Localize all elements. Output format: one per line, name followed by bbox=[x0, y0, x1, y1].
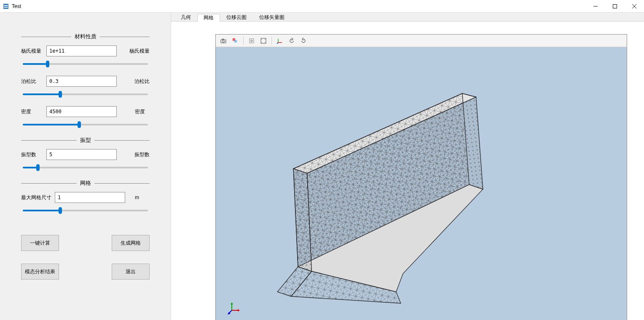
label-youngs-modulus: 杨氏模量 bbox=[21, 48, 46, 55]
tab-mesh[interactable]: 网格 bbox=[197, 14, 220, 21]
svg-point-8 bbox=[223, 40, 225, 42]
suffix-youngs-modulus: 杨氏模量 bbox=[123, 48, 150, 55]
label-max-mesh: 最大网格尺寸 bbox=[21, 194, 55, 201]
input-density[interactable] bbox=[46, 106, 117, 117]
suffix-max-mesh: m bbox=[129, 195, 150, 200]
section-mesh: 网格 bbox=[21, 179, 150, 187]
viewport[interactable] bbox=[215, 34, 627, 320]
svg-line-17 bbox=[277, 43, 278, 44]
svg-rect-0 bbox=[3, 4, 8, 9]
exit-button[interactable]: 退出 bbox=[112, 264, 150, 280]
title-bar: Test bbox=[0, 0, 644, 13]
calc-button[interactable]: 一键计算 bbox=[21, 235, 59, 251]
tab-bar: 几何 网格 位移云图 位移矢量图 bbox=[171, 13, 644, 21]
window-title: Test bbox=[12, 3, 586, 9]
axis-triad-icon bbox=[228, 302, 240, 315]
slider-mode-count[interactable] bbox=[23, 163, 148, 171]
slider-max-mesh[interactable] bbox=[23, 206, 148, 214]
suffix-mode-count: 振型数 bbox=[128, 151, 150, 158]
svg-rect-2 bbox=[4, 7, 8, 8]
axes-icon[interactable] bbox=[275, 36, 285, 46]
tab-contour[interactable]: 位移云图 bbox=[220, 13, 253, 21]
suffix-poisson: 泊松比 bbox=[128, 78, 150, 85]
svg-rect-1 bbox=[4, 5, 8, 6]
section-mode: 振型 bbox=[21, 136, 150, 144]
zoom-area-icon[interactable] bbox=[247, 36, 257, 46]
tab-vector[interactable]: 位移矢量图 bbox=[253, 13, 291, 21]
viewer-toolbar bbox=[216, 35, 627, 47]
close-button[interactable] bbox=[625, 0, 644, 13]
slider-density[interactable] bbox=[23, 120, 148, 128]
svg-rect-12 bbox=[250, 39, 254, 43]
rotate-right-icon[interactable] bbox=[298, 36, 309, 46]
input-mode-count[interactable] bbox=[46, 149, 117, 160]
mesh-render bbox=[216, 47, 627, 320]
transparency-icon[interactable] bbox=[230, 36, 240, 46]
svg-rect-4 bbox=[613, 4, 617, 8]
svg-point-13 bbox=[251, 40, 252, 42]
tab-geometry[interactable]: 几何 bbox=[174, 13, 197, 21]
maximize-button[interactable] bbox=[605, 0, 625, 13]
svg-marker-31 bbox=[238, 309, 240, 312]
gen-mesh-button[interactable]: 生成网格 bbox=[112, 235, 150, 251]
minimize-button[interactable] bbox=[586, 0, 605, 13]
rotate-left-icon[interactable] bbox=[287, 36, 297, 46]
slider-youngs-modulus[interactable] bbox=[23, 60, 148, 67]
suffix-density: 密度 bbox=[129, 108, 150, 115]
input-poisson[interactable] bbox=[46, 76, 117, 87]
section-material: 材料性质 bbox=[21, 33, 150, 40]
modal-results-button[interactable]: 模态分析结果 bbox=[21, 264, 59, 280]
svg-rect-11 bbox=[234, 40, 237, 43]
zoom-extents-icon[interactable] bbox=[258, 36, 268, 46]
content-area: 几何 网格 位移云图 位移矢量图 bbox=[171, 13, 644, 320]
label-mode-count: 振型数 bbox=[21, 151, 46, 158]
svg-rect-9 bbox=[222, 39, 224, 40]
label-density: 密度 bbox=[21, 108, 46, 115]
side-panel: 材料性质 杨氏模量 杨氏模量 泊松比 泊松比 密度 密度 振型 bbox=[0, 13, 171, 320]
app-icon bbox=[3, 3, 9, 10]
input-max-mesh[interactable] bbox=[55, 192, 125, 203]
camera-icon[interactable] bbox=[218, 36, 228, 46]
input-youngs-modulus[interactable] bbox=[46, 45, 117, 56]
slider-poisson[interactable] bbox=[23, 90, 148, 98]
svg-marker-29 bbox=[231, 302, 233, 304]
label-poisson: 泊松比 bbox=[21, 78, 46, 85]
